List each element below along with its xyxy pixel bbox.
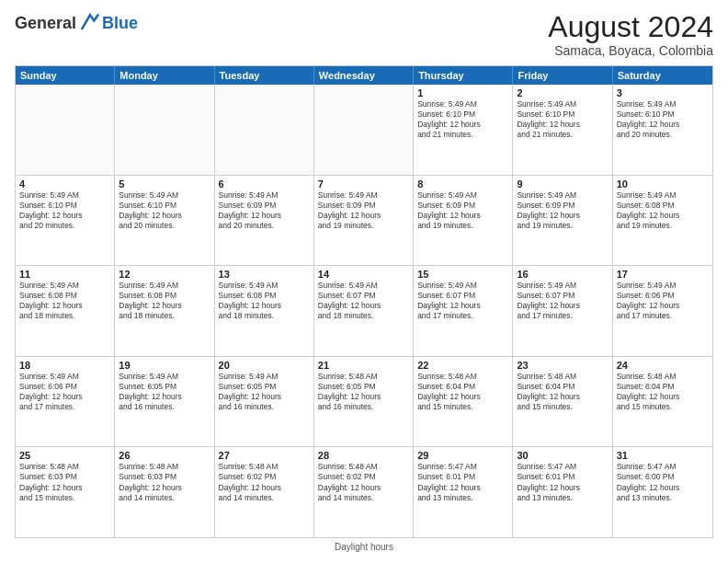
table-row: 10Sunrise: 5:49 AM Sunset: 6:08 PM Dayli… [613, 176, 712, 266]
table-row: 13Sunrise: 5:49 AM Sunset: 6:08 PM Dayli… [215, 266, 314, 356]
cell-text: Sunrise: 5:48 AM Sunset: 6:03 PM Dayligh… [119, 462, 210, 502]
table-row: 23Sunrise: 5:48 AM Sunset: 6:04 PM Dayli… [513, 357, 612, 447]
cell-text: Sunrise: 5:49 AM Sunset: 6:07 PM Dayligh… [318, 281, 409, 321]
cell-text: Sunrise: 5:48 AM Sunset: 6:04 PM Dayligh… [517, 372, 608, 412]
calendar-header-wednesday: Wednesday [314, 66, 414, 85]
cell-text: Sunrise: 5:47 AM Sunset: 6:01 PM Dayligh… [417, 462, 508, 502]
table-row: 27Sunrise: 5:48 AM Sunset: 6:02 PM Dayli… [215, 447, 314, 537]
calendar-header-row: SundayMondayTuesdayWednesdayThursdayFrid… [16, 66, 712, 85]
table-row: 25Sunrise: 5:48 AM Sunset: 6:03 PM Dayli… [16, 447, 115, 537]
day-number: 5 [119, 178, 210, 190]
table-row: 15Sunrise: 5:49 AM Sunset: 6:07 PM Dayli… [414, 266, 513, 356]
table-row: 17Sunrise: 5:49 AM Sunset: 6:06 PM Dayli… [613, 266, 712, 356]
table-row: 5Sunrise: 5:49 AM Sunset: 6:10 PM Daylig… [115, 176, 214, 266]
cell-text: Sunrise: 5:49 AM Sunset: 6:05 PM Dayligh… [119, 372, 210, 412]
table-row: 7Sunrise: 5:49 AM Sunset: 6:09 PM Daylig… [314, 176, 414, 266]
cell-text: Sunrise: 5:49 AM Sunset: 6:08 PM Dayligh… [119, 281, 210, 321]
cell-text: Sunrise: 5:49 AM Sunset: 6:10 PM Dayligh… [417, 99, 508, 140]
table-row: 3Sunrise: 5:49 AM Sunset: 6:10 PM Daylig… [613, 85, 712, 175]
day-number: 3 [617, 87, 709, 98]
day-number: 12 [119, 269, 210, 280]
calendar-header-thursday: Thursday [414, 66, 513, 85]
day-number: 10 [617, 178, 709, 190]
header: GeneralBlue August 2024 Samaca, Boyaca, … [15, 11, 713, 58]
table-row: 30Sunrise: 5:47 AM Sunset: 6:01 PM Dayli… [513, 447, 612, 537]
table-row [215, 85, 314, 175]
day-number: 13 [219, 269, 310, 280]
cell-text: Sunrise: 5:49 AM Sunset: 6:08 PM Dayligh… [219, 281, 310, 321]
cell-text: Sunrise: 5:49 AM Sunset: 6:10 PM Dayligh… [517, 99, 608, 140]
day-number: 23 [517, 360, 608, 371]
table-row: 16Sunrise: 5:49 AM Sunset: 6:07 PM Dayli… [513, 266, 612, 356]
table-row: 19Sunrise: 5:49 AM Sunset: 6:05 PM Dayli… [115, 357, 214, 447]
day-number: 17 [617, 269, 709, 280]
table-row: 1Sunrise: 5:49 AM Sunset: 6:10 PM Daylig… [414, 85, 513, 175]
day-number: 24 [617, 360, 709, 371]
cell-text: Sunrise: 5:48 AM Sunset: 6:05 PM Dayligh… [318, 372, 409, 412]
calendar-week-1: 1Sunrise: 5:49 AM Sunset: 6:10 PM Daylig… [16, 85, 712, 175]
cell-text: Sunrise: 5:49 AM Sunset: 6:08 PM Dayligh… [617, 190, 709, 231]
cell-text: Sunrise: 5:48 AM Sunset: 6:02 PM Dayligh… [318, 462, 409, 502]
cell-text: Sunrise: 5:49 AM Sunset: 6:09 PM Dayligh… [417, 190, 508, 231]
calendar-header-monday: Monday [115, 66, 214, 85]
table-row: 22Sunrise: 5:48 AM Sunset: 6:04 PM Dayli… [414, 357, 513, 447]
cell-text: Sunrise: 5:47 AM Sunset: 6:00 PM Dayligh… [617, 462, 709, 502]
day-number: 27 [219, 450, 310, 461]
calendar-week-3: 11Sunrise: 5:49 AM Sunset: 6:08 PM Dayli… [16, 265, 712, 356]
cell-text: Sunrise: 5:49 AM Sunset: 6:07 PM Dayligh… [517, 281, 608, 321]
day-number: 1 [417, 87, 508, 98]
calendar-header-tuesday: Tuesday [215, 66, 314, 85]
calendar-header-sunday: Sunday [16, 66, 115, 85]
cell-text: Sunrise: 5:49 AM Sunset: 6:10 PM Dayligh… [119, 190, 210, 231]
cell-text: Sunrise: 5:49 AM Sunset: 6:09 PM Dayligh… [517, 190, 608, 231]
logo-blue-text: Blue [102, 14, 138, 33]
footer-note: Daylight hours [15, 542, 713, 552]
cell-text: Sunrise: 5:49 AM Sunset: 6:05 PM Dayligh… [219, 372, 310, 412]
cell-text: Sunrise: 5:48 AM Sunset: 6:03 PM Dayligh… [19, 462, 110, 502]
calendar-week-2: 4Sunrise: 5:49 AM Sunset: 6:10 PM Daylig… [16, 175, 712, 266]
table-row: 4Sunrise: 5:49 AM Sunset: 6:10 PM Daylig… [16, 176, 115, 266]
table-row: 21Sunrise: 5:48 AM Sunset: 6:05 PM Dayli… [314, 357, 414, 447]
day-number: 22 [417, 360, 508, 371]
day-number: 31 [617, 450, 709, 461]
daylight-hours-label: Daylight hours [335, 542, 393, 552]
day-number: 14 [318, 269, 409, 280]
table-row: 28Sunrise: 5:48 AM Sunset: 6:02 PM Dayli… [314, 447, 414, 537]
calendar: SundayMondayTuesdayWednesdayThursdayFrid… [15, 65, 713, 538]
day-number: 9 [517, 178, 608, 190]
calendar-body: 1Sunrise: 5:49 AM Sunset: 6:10 PM Daylig… [16, 85, 712, 537]
table-row: 2Sunrise: 5:49 AM Sunset: 6:10 PM Daylig… [513, 85, 612, 175]
table-row: 11Sunrise: 5:49 AM Sunset: 6:08 PM Dayli… [16, 266, 115, 356]
day-number: 18 [19, 360, 110, 371]
day-number: 15 [417, 269, 508, 280]
location: Samaca, Boyaca, Colombia [548, 43, 713, 58]
table-row: 31Sunrise: 5:47 AM Sunset: 6:00 PM Dayli… [613, 447, 712, 537]
table-row: 18Sunrise: 5:49 AM Sunset: 6:06 PM Dayli… [16, 357, 115, 447]
day-number: 7 [318, 178, 409, 190]
cell-text: Sunrise: 5:49 AM Sunset: 6:06 PM Dayligh… [617, 281, 709, 321]
day-number: 21 [318, 360, 409, 371]
day-number: 11 [19, 269, 110, 280]
cell-text: Sunrise: 5:49 AM Sunset: 6:07 PM Dayligh… [417, 281, 508, 321]
table-row: 14Sunrise: 5:49 AM Sunset: 6:07 PM Dayli… [314, 266, 414, 356]
cell-text: Sunrise: 5:48 AM Sunset: 6:02 PM Dayligh… [219, 462, 310, 502]
cell-text: Sunrise: 5:49 AM Sunset: 6:08 PM Dayligh… [19, 281, 110, 321]
cell-text: Sunrise: 5:48 AM Sunset: 6:04 PM Dayligh… [417, 372, 508, 412]
table-row: 20Sunrise: 5:49 AM Sunset: 6:05 PM Dayli… [215, 357, 314, 447]
day-number: 16 [517, 269, 608, 280]
month-title: August 2024 [548, 11, 713, 43]
cell-text: Sunrise: 5:47 AM Sunset: 6:01 PM Dayligh… [517, 462, 608, 502]
day-number: 26 [119, 450, 210, 461]
logo: GeneralBlue [15, 11, 138, 35]
day-number: 4 [19, 178, 110, 190]
table-row [314, 85, 414, 175]
day-number: 19 [119, 360, 210, 371]
title-block: August 2024 Samaca, Boyaca, Colombia [548, 11, 713, 58]
table-row: 24Sunrise: 5:48 AM Sunset: 6:04 PM Dayli… [613, 357, 712, 447]
calendar-header-friday: Friday [513, 66, 612, 85]
logo-icon [78, 11, 102, 35]
calendar-week-5: 25Sunrise: 5:48 AM Sunset: 6:03 PM Dayli… [16, 446, 712, 537]
table-row [16, 85, 115, 175]
day-number: 25 [19, 450, 110, 461]
day-number: 20 [219, 360, 310, 371]
